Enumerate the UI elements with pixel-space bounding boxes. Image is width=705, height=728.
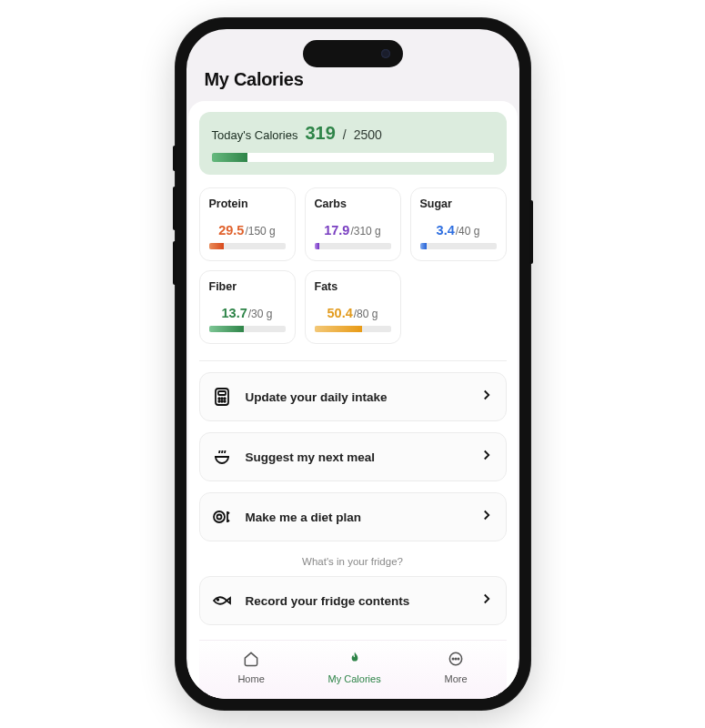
nutrient-value: 13.7/30 g <box>209 306 286 320</box>
camera-dot <box>381 49 390 58</box>
home-icon <box>242 650 260 670</box>
more-icon <box>447 650 465 670</box>
nutrient-label: Sugar <box>420 197 497 210</box>
fridge-action-slot: Record your fridge contents <box>199 576 507 636</box>
nutrient-label: Protein <box>209 197 286 210</box>
nutrient-card-fats[interactable]: Fats50.4/80 g <box>305 270 401 344</box>
svg-rect-1 <box>218 391 226 395</box>
calories-value: 319 <box>305 123 335 144</box>
content-area[interactable]: Today's Calories 319 / 2500 Protein29.5/… <box>188 101 518 699</box>
svg-point-14 <box>458 658 459 660</box>
nutrient-label: Fiber <box>209 280 286 293</box>
phone-frame: My Calories Today's Calories 319 / 2500 … <box>176 18 530 710</box>
tab-label: Home <box>237 673 264 684</box>
notch <box>303 40 403 67</box>
nutrient-fill <box>209 243 225 249</box>
action-label: Record your fridge contents <box>246 594 466 608</box>
nutrient-card-carbs[interactable]: Carbs17.9/310 g <box>305 187 401 261</box>
nutrient-fill <box>420 243 428 249</box>
action-label: Update your daily intake <box>246 390 466 404</box>
chevron-right-icon <box>478 591 495 611</box>
calories-bar <box>212 153 494 162</box>
svg-point-2 <box>218 398 220 399</box>
svg-point-5 <box>218 400 220 402</box>
nutrient-grid: Protein29.5/150 gCarbs17.9/310 gSugar3.4… <box>199 187 507 344</box>
calculator-icon <box>211 386 233 408</box>
action-update-intake[interactable]: Update your daily intake <box>199 372 507 421</box>
fridge-caption: What's in your fridge? <box>199 556 507 567</box>
nutrient-value: 3.4/40 g <box>420 223 497 238</box>
divider <box>199 360 507 361</box>
screen: My Calories Today's Calories 319 / 2500 … <box>186 29 519 699</box>
action-label: Make me a diet plan <box>246 511 466 524</box>
meal-icon <box>211 446 233 468</box>
tab-calories[interactable]: My Calories <box>328 650 381 684</box>
calories-total: 2500 <box>354 127 382 142</box>
chevron-right-icon <box>478 387 495 407</box>
volume-up-button <box>173 187 176 230</box>
nutrient-fill <box>315 243 319 249</box>
chevron-right-icon <box>478 507 495 527</box>
action-record-fridge[interactable]: Record your fridge contents <box>199 576 507 625</box>
nutrient-fill <box>209 326 245 332</box>
tab-more[interactable]: More <box>444 650 467 684</box>
calories-fill <box>212 153 248 162</box>
nutrient-bar <box>420 243 497 249</box>
actions-list: Update your daily intakeSuggest my next … <box>199 372 507 552</box>
tab-bar: HomeMy CaloriesMore <box>199 640 507 699</box>
nutrient-card-protein[interactable]: Protein29.5/150 g <box>199 187 296 261</box>
chevron-right-icon <box>478 447 495 467</box>
svg-point-3 <box>221 398 223 399</box>
calories-line: Today's Calories 319 / 2500 <box>212 123 494 144</box>
action-suggest-meal[interactable]: Suggest my next meal <box>199 432 507 481</box>
nutrient-card-fiber[interactable]: Fiber13.7/30 g <box>199 270 296 344</box>
nutrient-value: 17.9/310 g <box>315 223 391 238</box>
action-diet-plan[interactable]: Make me a diet plan <box>199 492 507 541</box>
action-label: Suggest my next meal <box>246 450 466 464</box>
svg-point-8 <box>214 511 225 522</box>
plan-icon <box>211 506 233 528</box>
svg-point-6 <box>221 400 223 402</box>
nutrient-bar <box>315 243 391 249</box>
nutrient-value: 50.4/80 g <box>315 306 391 320</box>
volume-down-button <box>173 241 176 285</box>
nutrient-fill <box>315 326 363 332</box>
tab-label: My Calories <box>328 673 381 684</box>
nutrient-card-sugar[interactable]: Sugar3.4/40 g <box>410 187 507 261</box>
svg-point-4 <box>224 398 226 399</box>
fish-icon <box>211 590 233 612</box>
nutrient-bar <box>209 326 286 332</box>
nutrient-value: 29.5/150 g <box>209 223 286 238</box>
power-button <box>529 200 533 264</box>
tab-home[interactable]: Home <box>237 650 264 684</box>
calories-card: Today's Calories 319 / 2500 <box>199 112 507 175</box>
nutrient-bar <box>315 326 391 332</box>
nutrient-bar <box>209 243 286 249</box>
svg-point-9 <box>217 515 221 520</box>
flame-icon <box>346 650 364 670</box>
nutrient-label: Carbs <box>315 197 391 210</box>
svg-point-7 <box>224 400 226 402</box>
calories-label: Today's Calories <box>212 128 298 142</box>
page-title: My Calories <box>205 69 501 90</box>
svg-point-10 <box>217 599 218 601</box>
nutrient-label: Fats <box>315 280 391 293</box>
svg-point-12 <box>452 658 454 660</box>
side-button <box>173 146 176 171</box>
svg-point-13 <box>455 658 457 660</box>
tab-label: More <box>444 673 467 684</box>
calories-separator: / <box>343 127 347 142</box>
